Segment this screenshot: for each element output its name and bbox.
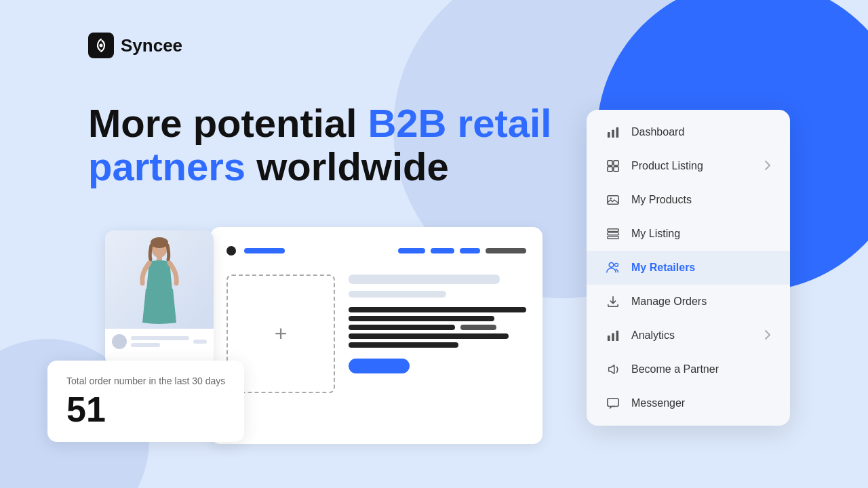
image-icon xyxy=(606,192,620,207)
hero-line3-black: worldwide xyxy=(245,144,449,188)
form-cta-bar[interactable] xyxy=(349,359,410,373)
sidebar-label-my-listing: My Listing xyxy=(631,228,771,240)
analytics-icon xyxy=(606,328,620,343)
sidebar-item-product-listing[interactable]: Product Listing xyxy=(587,149,790,183)
svg-rect-13 xyxy=(608,229,618,232)
stat-card: Total order number in the last 30 days 5… xyxy=(47,361,244,442)
sidebar-label-my-retailers: My Retailers xyxy=(631,262,771,274)
sidebar-item-my-listing[interactable]: My Listing xyxy=(587,217,790,251)
sidebar-item-analytics[interactable]: Analytics xyxy=(587,319,790,352)
logo-area: Syncee xyxy=(88,33,182,58)
sidebar-label-become-partner: Become a Partner xyxy=(631,363,771,375)
chevron-right-icon xyxy=(764,160,771,173)
sidebar-item-dashboard[interactable]: Dashboard xyxy=(587,115,790,149)
sidebar-item-messenger[interactable]: Messenger xyxy=(587,386,790,420)
svg-rect-10 xyxy=(614,167,618,171)
stat-label: Total order number in the last 30 days xyxy=(66,375,225,386)
hero-line1: More potential xyxy=(88,101,357,145)
sidebar-label-messenger: Messenger xyxy=(631,397,771,409)
brand-name: Syncee xyxy=(121,35,182,56)
svg-point-0 xyxy=(100,44,103,47)
list-icon xyxy=(606,226,620,241)
sidebar-label-dashboard: Dashboard xyxy=(631,126,771,138)
svg-rect-18 xyxy=(608,336,610,341)
stat-number: 51 xyxy=(66,392,225,427)
sidebar-label-analytics: Analytics xyxy=(631,329,753,342)
svg-rect-5 xyxy=(612,129,614,138)
svg-point-17 xyxy=(615,263,618,266)
chevron-right-icon xyxy=(764,329,771,342)
download-icon xyxy=(606,294,620,309)
chart-bar-icon xyxy=(606,125,620,140)
sidebar-label-manage-orders: Manage Orders xyxy=(631,296,771,308)
svg-rect-4 xyxy=(608,132,610,138)
users-icon xyxy=(606,260,620,275)
product-lines xyxy=(131,336,189,347)
svg-rect-20 xyxy=(616,331,619,341)
sidebar-item-my-retailers[interactable]: My Retailers xyxy=(587,251,790,285)
mockup-body: + xyxy=(226,274,526,393)
svg-point-12 xyxy=(610,197,612,199)
mockup-top-row xyxy=(226,246,526,256)
hero-line3-blue: partners xyxy=(88,144,245,188)
sidebar-label-product-listing: Product Listing xyxy=(631,160,753,172)
product-footer xyxy=(105,329,214,354)
svg-rect-15 xyxy=(608,237,618,239)
product-avatar xyxy=(112,334,127,349)
svg-rect-7 xyxy=(608,161,612,165)
mockup-nav-bars xyxy=(398,248,526,253)
hero-text-block: More potential B2B retail partners world… xyxy=(88,102,551,188)
grid-icon xyxy=(606,159,620,174)
mockup-title-bar xyxy=(244,248,285,253)
svg-rect-11 xyxy=(608,196,618,205)
svg-rect-21 xyxy=(608,399,618,407)
mockup-dot xyxy=(226,246,236,256)
product-price xyxy=(193,340,207,344)
form-area xyxy=(349,274,526,393)
hero-line2-blue: B2B retail xyxy=(368,101,551,145)
form-text-lines xyxy=(349,307,526,348)
svg-rect-14 xyxy=(608,232,618,235)
logo-icon xyxy=(88,33,114,58)
megaphone-icon xyxy=(606,362,620,377)
svg-rect-9 xyxy=(608,167,612,171)
sidebar-panel: DashboardProduct ListingMy ProductsMy Li… xyxy=(587,110,790,426)
sidebar-item-become-partner[interactable]: Become a Partner xyxy=(587,352,790,386)
product-card xyxy=(105,230,214,366)
mockup-card: + xyxy=(210,227,542,444)
svg-rect-8 xyxy=(614,161,618,165)
svg-point-2 xyxy=(151,237,168,248)
svg-point-16 xyxy=(609,263,614,268)
product-image xyxy=(105,230,214,329)
sidebar-label-my-products: My Products xyxy=(631,194,771,206)
svg-rect-6 xyxy=(616,127,619,138)
plus-icon: + xyxy=(275,321,288,346)
form-title-bar xyxy=(349,274,500,284)
message-icon xyxy=(606,396,620,411)
form-subtitle-bar xyxy=(349,291,446,298)
sidebar-item-my-products[interactable]: My Products xyxy=(587,183,790,217)
sidebar-item-manage-orders[interactable]: Manage Orders xyxy=(587,285,790,319)
svg-rect-19 xyxy=(612,333,614,341)
